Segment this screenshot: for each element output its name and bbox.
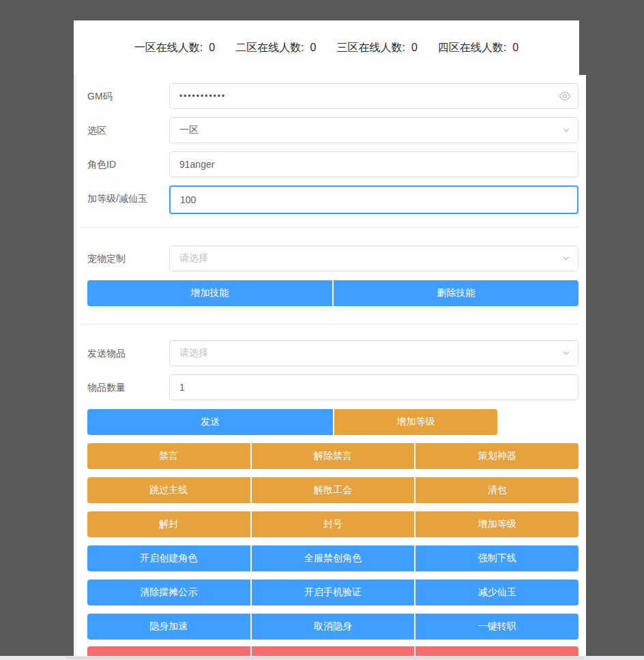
horizontal-scrollbar[interactable]: [0, 656, 644, 660]
item-count-value: 1: [179, 382, 185, 393]
unmute-button[interactable]: 解除禁言: [252, 443, 415, 469]
zone1-online-count: 一区在线人数: 0: [134, 41, 215, 55]
zone4-value: 0: [512, 42, 518, 54]
action-row: 禁言 解除禁言 策划神器: [87, 443, 579, 469]
skip-mainline-button[interactable]: 跳过主线: [87, 477, 250, 503]
chevron-down-icon: [561, 125, 571, 135]
panel-left-edge: [74, 75, 76, 660]
mute-button[interactable]: 禁言: [87, 443, 250, 469]
pet-custom-placeholder: 请选择: [179, 252, 208, 265]
add-level-alt-button[interactable]: 增加等级: [415, 511, 579, 537]
force-offline-button[interactable]: 强制下线: [415, 545, 579, 571]
chevron-down-icon: [561, 254, 571, 263]
send-item-label: 发送物品: [87, 340, 126, 366]
section-divider: [80, 227, 579, 228]
zone3-label: 三区在线人数:: [337, 41, 405, 55]
reduce-jade-button[interactable]: 减少仙玉: [415, 580, 579, 605]
online-stats-card: 一区在线人数: 0 二区在线人数: 0 三区在线人数: 0 四区在线人数: 0: [74, 20, 579, 75]
gm-code-label: GM码: [87, 83, 113, 109]
zone2-online-count: 二区在线人数: 0: [235, 41, 316, 55]
zone-select-value: 一区: [179, 124, 199, 136]
zone2-label: 二区在线人数:: [235, 41, 304, 55]
send-button[interactable]: 发送: [87, 409, 333, 435]
chevron-down-icon: [561, 348, 571, 358]
send-actions-row: 发送 增加等级: [87, 409, 497, 435]
ban-button[interactable]: 封号: [252, 511, 415, 537]
unban-button[interactable]: 解封: [87, 511, 250, 537]
add-level-button[interactable]: 增加等级: [334, 409, 497, 435]
disband-guild-button[interactable]: 解散工会: [252, 477, 415, 503]
zone2-value: 0: [310, 42, 317, 54]
zone4-label: 四区在线人数:: [438, 41, 506, 55]
zone1-value: 0: [209, 42, 215, 54]
add-skill-button[interactable]: 增加技能: [87, 280, 332, 306]
action-row: 清除摆摊公示 开启手机验证 减少仙玉: [87, 580, 579, 605]
zone3-value: 0: [411, 42, 418, 54]
action-row: 开启创建角色 全服禁创角色 强制下线: [87, 545, 579, 571]
stealth-speed-button[interactable]: 隐身加速: [87, 614, 250, 640]
zone4-online-count: 四区在线人数: 0: [438, 41, 518, 55]
scrollbar-thumb[interactable]: [65, 657, 584, 659]
gm-code-masked-value: •••••••••••: [179, 91, 226, 101]
action-row: 隐身加速 取消隐身 一键转职: [87, 614, 579, 640]
gm-code-input[interactable]: •••••••••••: [169, 83, 579, 109]
level-jade-label: 加等级/减仙玉: [87, 185, 147, 211]
cancel-stealth-button[interactable]: 取消隐身: [252, 614, 415, 640]
enable-create-role-button[interactable]: 开启创建角色: [87, 545, 250, 571]
action-row: 解封 封号 增加等级: [87, 511, 579, 537]
send-item-select[interactable]: 请选择: [169, 340, 579, 366]
skill-actions-row: 增加技能 删除技能: [87, 280, 579, 306]
zone-select[interactable]: 一区: [169, 117, 579, 143]
one-key-job-change-button[interactable]: 一键转职: [415, 614, 579, 640]
action-row: 跳过主线 解散工会 清包: [87, 477, 579, 503]
planner-tool-button[interactable]: 策划神器: [415, 443, 579, 469]
clear-stall-notice-button[interactable]: 清除摆摊公示: [87, 580, 250, 605]
zone3-online-count: 三区在线人数: 0: [337, 41, 418, 55]
role-id-value: 91anger: [179, 159, 214, 170]
clear-bag-button[interactable]: 清包: [415, 477, 579, 503]
gm-panel: GM码 ••••••••••• 选区 一区 角色ID 91anger 加等级/减…: [74, 75, 586, 660]
enable-phone-verify-button[interactable]: 开启手机验证: [252, 580, 415, 605]
level-jade-input[interactable]: 100: [169, 185, 579, 214]
delete-skill-button[interactable]: 删除技能: [334, 280, 579, 306]
zone1-label: 一区在线人数:: [134, 41, 203, 55]
level-jade-value: 100: [180, 194, 196, 205]
ban-create-role-button[interactable]: 全服禁创角色: [252, 545, 415, 571]
eye-icon[interactable]: [559, 90, 571, 102]
pet-custom-label: 宠物定制: [87, 245, 126, 271]
item-count-input[interactable]: 1: [169, 374, 579, 400]
pet-custom-select[interactable]: 请选择: [169, 245, 579, 271]
send-item-placeholder: 请选择: [179, 347, 208, 359]
role-id-label: 角色ID: [87, 151, 116, 177]
section-divider: [80, 324, 579, 325]
item-count-label: 物品数量: [87, 374, 126, 400]
role-id-input[interactable]: 91anger: [169, 151, 579, 177]
zone-stats: 一区在线人数: 0 二区在线人数: 0 三区在线人数: 0 四区在线人数: 0: [134, 41, 518, 55]
zone-select-label: 选区: [87, 117, 106, 143]
